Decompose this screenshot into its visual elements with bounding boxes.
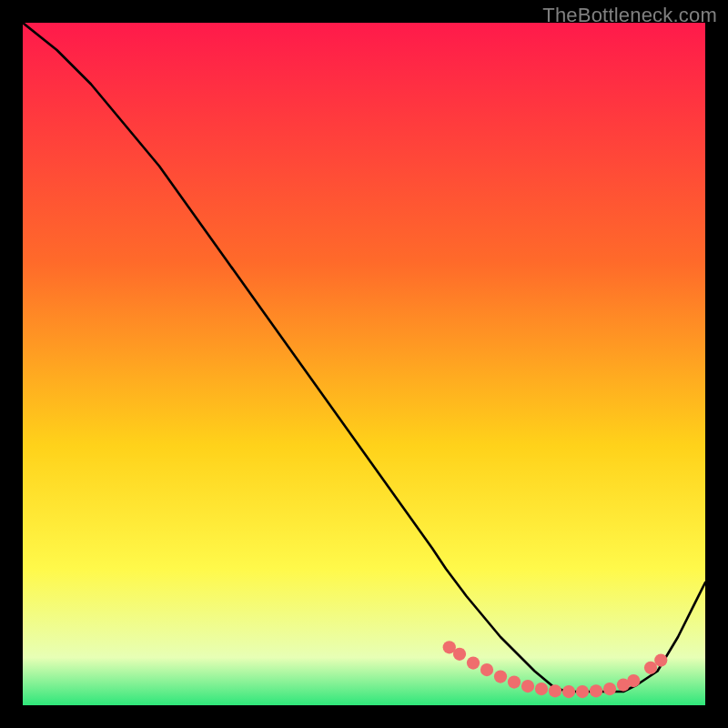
highlight-dot <box>549 684 561 697</box>
highlight-dot <box>576 685 589 698</box>
highlight-dot <box>562 685 575 698</box>
highlight-dot <box>535 682 548 695</box>
bottleneck-chart <box>23 23 705 705</box>
watermark-text: TheBottleneck.com <box>542 4 717 27</box>
highlight-dot <box>603 682 616 695</box>
highlight-dot <box>494 670 507 682</box>
highlight-dot <box>480 663 493 676</box>
chart-stage: TheBottleneck.com <box>0 0 728 728</box>
highlight-dot <box>627 674 640 687</box>
highlight-dot <box>654 653 667 666</box>
highlight-dot <box>467 656 480 669</box>
highlight-dot <box>508 675 521 688</box>
highlight-dot <box>590 684 602 697</box>
highlight-dot <box>453 648 466 661</box>
highlight-dot <box>521 680 534 693</box>
